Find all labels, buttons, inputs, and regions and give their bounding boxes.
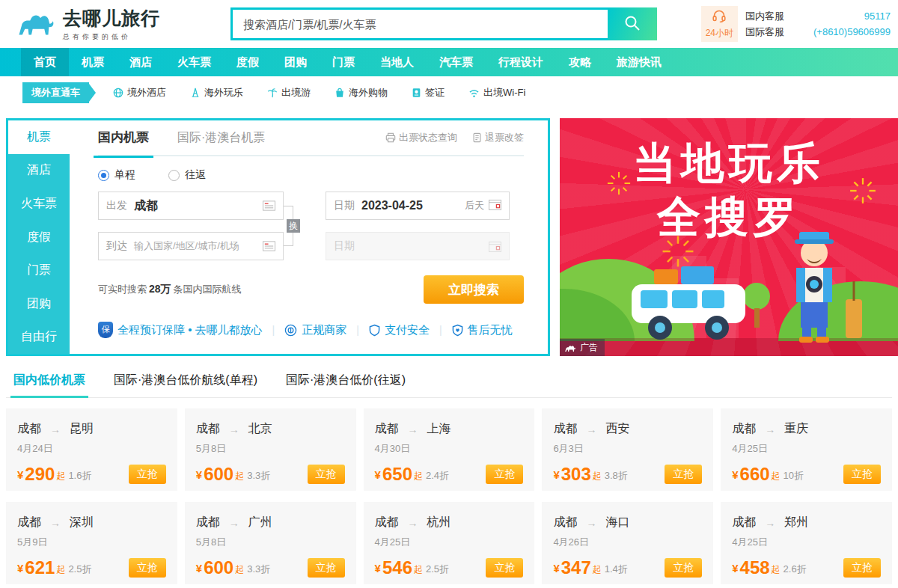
trip-type-radio[interactable]: 单程 [98,168,135,182]
nav-item[interactable]: 团购 [272,48,320,76]
trip-type-radio[interactable]: 往返 [168,168,206,182]
subnav-item-visa[interactable]: 签证 [412,86,445,99]
intl-service-phone[interactable]: (+8610)59606999 [792,24,891,40]
subnav-item-outbound-travel[interactable]: 出境游 [267,86,311,99]
nav-item[interactable]: 攻略 [556,48,604,76]
qunar-logo[interactable]: 去哪儿旅行 总有你要的低价 [16,6,230,42]
deal-card[interactable]: 成都 → 重庆 4月25日 ¥ 660 起 10折 立抢 [721,408,892,491]
currency-symbol: ¥ [732,468,738,481]
nav-item[interactable]: 首页 [21,48,69,76]
assurance-payment[interactable]: 支付安全 [369,323,430,337]
subnav-item-wifi[interactable]: 出境Wi-Fi [468,86,525,99]
route-from: 成都 [375,515,399,530]
side-tab[interactable]: 团购 [8,287,70,321]
depart-value: 成都 [134,198,158,214]
assurance-aftersale[interactable]: 售后无忧 [452,323,513,337]
price-from-suffix: 起 [414,563,423,576]
grab-button[interactable]: 立抢 [129,465,166,484]
side-tab[interactable]: 度假 [8,221,70,254]
grab-button[interactable]: 立抢 [665,465,702,484]
nav-item[interactable]: 旅游快讯 [604,48,674,76]
deal-card[interactable]: 成都 → 郑州 4月25日 ¥ 458 起 2.6折 立抢 [721,502,892,584]
subnav-item-overseas-hotel[interactable]: 境外酒店 [113,86,166,99]
search-now-button[interactable]: 立即搜索 [424,275,524,304]
customer-service: 24小时 国内客服 95117 国际客服 (+8610)59606999 [701,6,891,42]
date-label: 日期 [334,199,355,212]
route-arrow-icon: → [229,423,239,435]
ticket-status-link[interactable]: 出票状态查询 [385,131,457,144]
subnav-item-overseas-shopping[interactable]: 海外购物 [335,86,388,99]
deal-card[interactable]: 成都 → 杭州 4月25日 ¥ 546 起 2.5折 立抢 [364,502,535,584]
flight-search-panel: 机票酒店火车票度假门票团购自由行 国内机票 国际·港澳台机票 出票状态查询 退票… [6,118,550,356]
city-list-icon[interactable] [263,200,275,211]
deal-card[interactable]: 成都 → 上海 4月30日 ¥ 650 起 2.4折 立抢 [364,408,535,491]
logo-tagline: 总有你要的低价 [63,32,160,42]
assurance-label: 售后无忧 [468,323,513,337]
grab-button[interactable]: 立抢 [308,465,345,484]
side-tab[interactable]: 自由行 [8,320,70,354]
deal-price: 347 [561,557,591,578]
route-arrow-icon: → [408,517,418,529]
main-nav: 首页机票酒店火车票度假团购门票当地人汽车票行程设计攻略旅游快讯 [0,48,898,76]
side-tab[interactable]: 酒店 [8,154,70,188]
side-tab[interactable]: 机票 [8,120,70,154]
route-from: 成都 [732,421,756,437]
grab-button[interactable]: 立抢 [843,465,881,484]
shield-heart-icon [452,324,463,337]
subnav-label: 签证 [425,86,445,99]
nav-item[interactable]: 度假 [224,48,272,76]
depart-city-field[interactable]: 出发 成都 [98,192,284,220]
refund-change-link[interactable]: 退票改签 [472,131,524,144]
deal-card[interactable]: 成都 → 深圳 5月9日 ¥ 621 起 2.5折 立抢 [6,502,177,584]
deal-card[interactable]: 成都 → 海口 4月26日 ¥ 347 起 1.4折 立抢 [542,502,713,584]
grab-button[interactable]: 立抢 [486,558,523,578]
arrive-city-field[interactable]: 到达 输入国家/地区/城市/机场 [98,232,284,260]
subnav-item-overseas-fun[interactable]: 海外玩乐 [190,86,243,99]
swap-cities-button[interactable]: 换 [287,219,300,233]
nav-item[interactable]: 行程设计 [486,48,556,76]
route-to: 北京 [248,421,272,437]
promo-banner[interactable]: 当地玩乐 全搜罗 [560,118,898,356]
nav-item[interactable]: 门票 [320,48,367,76]
city-list-icon[interactable] [263,241,275,251]
grab-button[interactable]: 立抢 [308,558,345,578]
nav-item[interactable]: 汽车票 [427,48,486,76]
search-input[interactable] [230,7,608,40]
nav-item[interactable]: 酒店 [117,48,165,76]
deal-card[interactable]: 成都 → 西安 6月3日 ¥ 303 起 3.8折 立抢 [542,408,713,491]
grab-button[interactable]: 立抢 [665,558,702,578]
deal-route: 成都 → 昆明 [17,421,166,437]
assurance-guarantee[interactable]: 保 全程预订保障 • 去哪儿都放心 [98,322,263,338]
tab-domestic-flight[interactable]: 国内机票 [98,129,149,147]
divider: | [439,324,442,336]
trip-type-label: 往返 [185,168,206,182]
deal-card[interactable]: 成都 → 昆明 4月24日 ¥ 290 起 1.6折 立抢 [6,408,177,491]
top-header: 去哪儿旅行 总有你要的低价 24小时 国内客服 95117 国际客服 (+861… [0,0,898,48]
price-from-suffix: 起 [235,563,244,576]
assurance-label: 正规商家 [302,323,346,337]
grab-button[interactable]: 立抢 [129,558,166,578]
depart-date-field[interactable]: 日期 2023-04-25 后天 [326,192,510,220]
side-tab[interactable]: 门票 [8,254,70,287]
deal-route: 成都 → 西安 [553,421,702,437]
side-tab[interactable]: 火车票 [8,187,70,221]
nav-item[interactable]: 火车票 [165,48,224,76]
deals-tab[interactable]: 国际·港澳台低价(往返) [286,373,406,397]
ad-label: 广告 [580,341,598,354]
calendar-icon[interactable] [489,199,501,213]
overseas-express-badge[interactable]: 境外直通车 [22,82,89,103]
grab-button[interactable]: 立抢 [486,465,523,484]
deals-tab[interactable]: 国内低价机票 [13,373,85,397]
nav-item[interactable]: 机票 [69,48,117,76]
assurance-licensed[interactable]: 正规商家 [284,323,346,337]
price-from-suffix: 起 [593,470,602,483]
deal-card[interactable]: 成都 → 广州 5月8日 ¥ 600 起 3.3折 立抢 [185,502,356,584]
search-button[interactable] [608,7,657,40]
domestic-service-phone[interactable]: 95117 [792,8,891,24]
deals-tab[interactable]: 国际·港澳台低价航线(单程) [114,373,257,397]
tab-intl-flight[interactable]: 国际·港澳台机票 [177,130,265,146]
grab-button[interactable]: 立抢 [843,558,881,578]
deal-card[interactable]: 成都 → 北京 5月8日 ¥ 600 起 3.3折 立抢 [185,408,356,491]
deal-date: 5月8日 [196,442,345,456]
nav-item[interactable]: 当地人 [367,48,427,76]
